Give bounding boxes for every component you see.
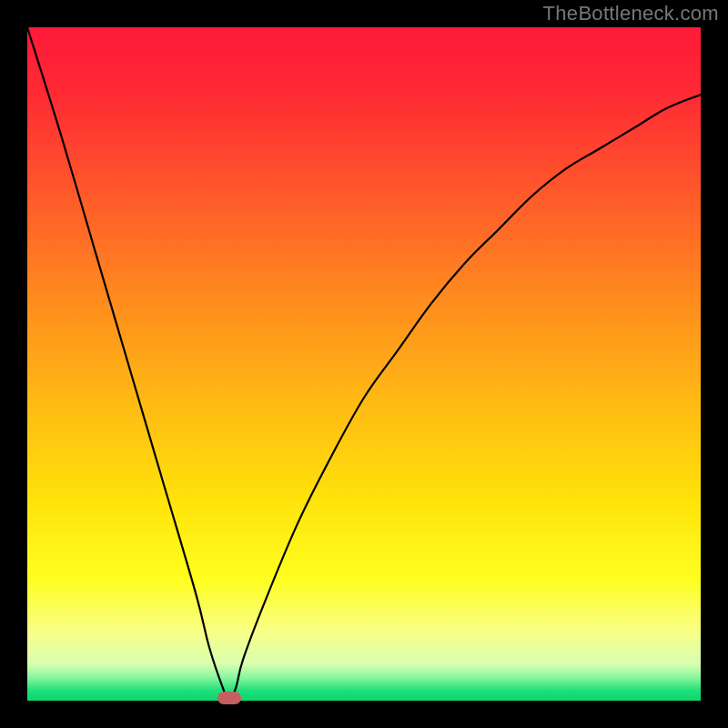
- watermark-text: TheBottleneck.com: [543, 2, 719, 25]
- minimum-marker: [217, 692, 241, 704]
- chart-stage: TheBottleneck.com: [0, 0, 728, 728]
- bottleneck-chart: [27, 27, 701, 701]
